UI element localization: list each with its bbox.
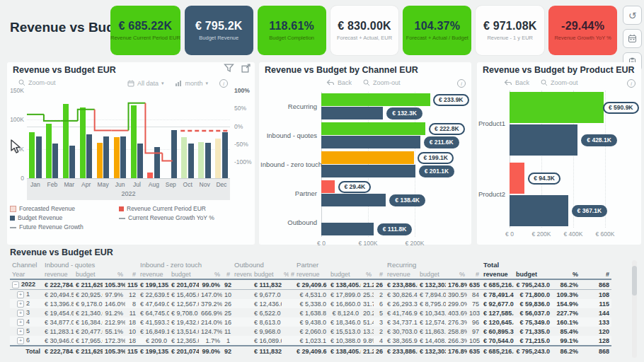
revenue-bar-1[interactable] bbox=[321, 93, 430, 106]
revenue-bar-3[interactable] bbox=[321, 151, 414, 164]
info-icon[interactable]: i bbox=[627, 79, 636, 88]
kpi-card-6[interactable]: € 971.08KRevenue - 1 y EUR bbox=[476, 6, 544, 55]
chart2-title: Revenue vs Budget by Channel EUR bbox=[265, 65, 418, 75]
budget-bar-2[interactable] bbox=[510, 195, 568, 226]
value-cell: € 20,925.0 bbox=[74, 290, 103, 300]
value-cell: 97.9% bbox=[103, 290, 125, 300]
value-cell: 11 bbox=[125, 308, 138, 317]
kpi-card-7[interactable]: -29.44%Revenue Growth YoY % bbox=[548, 6, 617, 55]
value-cell: 99.0% bbox=[199, 346, 222, 356]
value-cell: € 34,877.0 bbox=[42, 317, 74, 327]
value-cell: 55.1% bbox=[103, 327, 125, 336]
scrollbar-thumb[interactable] bbox=[632, 266, 637, 296]
expand-toggle[interactable]: + bbox=[17, 310, 24, 317]
value-cell: € 211,629.0 bbox=[74, 279, 103, 290]
value-cell: 18 bbox=[125, 336, 138, 346]
revenue-value-pill: € 590.9K bbox=[603, 102, 639, 114]
back-button[interactable]: Back bbox=[338, 79, 352, 86]
group-header: Partner bbox=[294, 260, 385, 269]
legend-item[interactable]: Revenue Current Period EUR bbox=[119, 205, 206, 212]
expand-toggle[interactable]: + bbox=[17, 300, 24, 308]
value-cell: 115 bbox=[125, 346, 138, 356]
table-row-2022: −2022€ 222,784.8€ 211,629.0105.3%115€ 19… bbox=[10, 279, 611, 290]
expand-toggle[interactable]: + bbox=[17, 328, 24, 335]
group-header: Outbound bbox=[232, 260, 294, 269]
value-cell: € 8,613.0 bbox=[252, 317, 282, 327]
year-cell: −2022 bbox=[10, 279, 42, 290]
value-cell: € 56,037.0 bbox=[514, 308, 552, 317]
kpi-label: Revenue Current Period EUR bbox=[110, 35, 180, 41]
value-cell bbox=[282, 279, 289, 290]
value-cell: € 233,886.0 bbox=[385, 279, 418, 290]
value-cell: 97 bbox=[467, 327, 481, 336]
table-scrollbar[interactable] bbox=[632, 260, 637, 358]
budget-bar-1[interactable] bbox=[510, 124, 577, 156]
legend-item[interactable]: Future Revenue Growth bbox=[10, 223, 84, 230]
group-header: Inbound - quotes bbox=[42, 260, 138, 269]
legend-item[interactable]: Current Revenue Growth YoY % bbox=[119, 214, 214, 221]
value-cell: € 685,216.3 bbox=[481, 279, 514, 290]
month-label: May bbox=[95, 181, 112, 188]
kpi-card-3[interactable]: 118.61%Budget Completion bbox=[258, 6, 326, 55]
expand-toggle[interactable]: + bbox=[17, 319, 24, 326]
subheader: # bbox=[289, 269, 294, 279]
value-cell: 105.3% bbox=[103, 279, 125, 290]
value-cell: € 22,639.5 bbox=[138, 290, 169, 300]
chart1-zoom-out[interactable]: Zoom-out bbox=[18, 79, 56, 86]
refresh-button[interactable]: ↺ bbox=[623, 6, 642, 25]
value-cell bbox=[289, 317, 294, 327]
value-cell: 96 bbox=[467, 317, 481, 327]
month-label: Apr bbox=[78, 181, 95, 188]
expand-toggle[interactable]: + bbox=[17, 337, 24, 344]
revenue-bar-2[interactable] bbox=[321, 122, 425, 135]
expand-toggle[interactable]: − bbox=[12, 281, 19, 288]
zoom-out-button[interactable]: Zoom-out bbox=[551, 79, 578, 86]
value-cell: € 26,293.3 bbox=[385, 299, 418, 308]
value-cell: 99.1% bbox=[552, 336, 580, 346]
kpi-card-5[interactable]: 104.37%Forecast + Actual / Budget bbox=[403, 6, 471, 55]
kpi-card-1[interactable]: € 685.22KRevenue Current Period EUR bbox=[110, 6, 180, 55]
value-cell: € 127,585.3 bbox=[481, 308, 514, 317]
expand-toggle[interactable]: + bbox=[17, 291, 24, 298]
value-cell: € 19,454.6 bbox=[42, 308, 74, 317]
budget-bar-2[interactable] bbox=[321, 136, 420, 148]
value-cell: € 9,438.0 bbox=[294, 317, 328, 327]
legend-label: Forecasted Revenue bbox=[19, 205, 75, 212]
kpi-card-4[interactable]: € 830.00KForecast + Actual, EUR bbox=[330, 6, 399, 55]
value-cell: 227.7% bbox=[552, 308, 580, 317]
all-data-dropdown[interactable]: All data bbox=[137, 80, 159, 87]
budget-value-pill: € 428.1K bbox=[581, 134, 617, 146]
value-cell bbox=[289, 299, 294, 308]
value-cell: € 71,800.0 bbox=[514, 290, 552, 300]
value-cell: 91.2% bbox=[103, 308, 125, 317]
budget-bar-4[interactable] bbox=[321, 194, 386, 206]
revenue-bar-2[interactable] bbox=[510, 163, 524, 194]
group-header: Total bbox=[481, 260, 611, 269]
granularity-dropdown[interactable]: month bbox=[185, 80, 202, 87]
legend-item[interactable]: Budget Revenue bbox=[10, 214, 62, 221]
revenue-bar-1[interactable] bbox=[510, 92, 604, 123]
expand-icon[interactable] bbox=[241, 64, 251, 73]
value-cell: 10 bbox=[125, 327, 138, 336]
info-icon[interactable]: i bbox=[219, 79, 228, 88]
value-cell: € 132,303.0 bbox=[418, 279, 446, 290]
budget-bar-1[interactable] bbox=[321, 107, 383, 119]
back-button[interactable]: Back bbox=[515, 79, 529, 86]
revenue-bar-4[interactable] bbox=[321, 180, 335, 193]
calendar-button[interactable] bbox=[623, 29, 642, 48]
forecasted-revenue-marker bbox=[10, 206, 16, 212]
value-cell: € 8,124.0 bbox=[328, 308, 361, 317]
value-cell: 105.3% bbox=[103, 346, 125, 356]
info-icon[interactable]: i bbox=[457, 79, 466, 88]
y-axis-tick-label: 150K bbox=[7, 87, 24, 94]
budget-bar-3[interactable] bbox=[321, 165, 415, 177]
value-cell: € 16,384.0 bbox=[74, 317, 103, 327]
subheader: % bbox=[552, 269, 580, 279]
legend-item[interactable]: Forecasted Revenue bbox=[10, 205, 75, 212]
zoom-out-button[interactable]: Zoom-out bbox=[373, 79, 401, 86]
budget-bar-5[interactable] bbox=[321, 223, 374, 235]
value-cell: 25 bbox=[222, 308, 232, 317]
filter-icon[interactable] bbox=[224, 64, 234, 73]
value-cell: € 111,832.0 bbox=[252, 279, 282, 290]
kpi-card-2[interactable]: € 795.2KBudget Revenue bbox=[185, 6, 253, 55]
